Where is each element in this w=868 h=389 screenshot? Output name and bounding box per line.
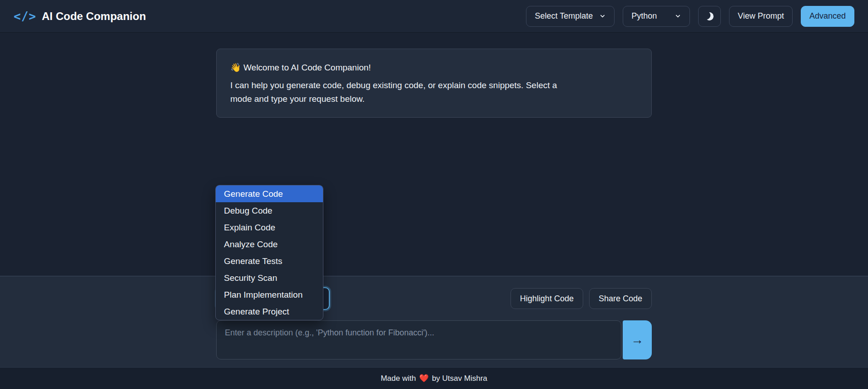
- header-actions: Select Template Python View Prompt Advan…: [526, 6, 854, 27]
- welcome-card: 👋 Welcome to AI Code Companion! I can he…: [216, 49, 652, 118]
- app: { "header": { "logo_icon": "</>", "title…: [0, 0, 868, 389]
- menu-option-security-scan[interactable]: Security Scan: [216, 269, 323, 286]
- chevron-down-icon: [675, 13, 681, 20]
- content-column: 👋 Welcome to AI Code Companion! I can he…: [216, 49, 652, 118]
- mode-dropdown-menu: Generate Code Debug Code Explain Code An…: [215, 185, 323, 320]
- welcome-title: 👋 Welcome to AI Code Companion!: [230, 61, 638, 74]
- template-select[interactable]: Select Template: [526, 6, 615, 27]
- language-select-value: Python: [631, 11, 657, 21]
- heart-icon: ❤️: [419, 374, 429, 383]
- menu-option-analyze-code[interactable]: Analyze Code: [216, 236, 323, 253]
- menu-option-generate-code[interactable]: Generate Code: [216, 185, 323, 202]
- language-select[interactable]: Python: [623, 6, 690, 27]
- menu-option-explain-code[interactable]: Explain Code: [216, 219, 323, 236]
- menu-option-debug-code[interactable]: Debug Code: [216, 202, 323, 219]
- menu-option-generate-project[interactable]: Generate Project: [216, 303, 323, 320]
- advanced-button[interactable]: Advanced: [801, 6, 854, 27]
- theme-toggle-button[interactable]: [698, 6, 721, 27]
- chevron-down-icon: [599, 13, 606, 20]
- main-area: 👋 Welcome to AI Code Companion! I can he…: [0, 33, 868, 276]
- share-code-button[interactable]: Share Code: [589, 288, 652, 309]
- code-logo-icon: </>: [14, 10, 36, 23]
- brand: </> AI Code Companion: [14, 10, 146, 23]
- moon-icon: [704, 11, 714, 21]
- code-action-buttons: Highlight Code Share Code: [511, 288, 652, 309]
- footer-text-suffix: by Utsav Mishra: [432, 374, 487, 383]
- welcome-body: I can help you generate code, debug exis…: [230, 79, 575, 105]
- footer-text-prefix: Made with: [381, 374, 416, 383]
- send-button[interactable]: →: [623, 320, 652, 359]
- menu-option-plan-implementation[interactable]: Plan Implementation: [216, 286, 323, 303]
- composer-panel: Generate Code Highlight Code Share Code …: [0, 276, 868, 367]
- menu-option-generate-tests[interactable]: Generate Tests: [216, 253, 323, 269]
- template-select-value: Select Template: [535, 11, 593, 21]
- prompt-input[interactable]: [216, 320, 621, 359]
- app-title: AI Code Companion: [42, 10, 146, 23]
- header: </> AI Code Companion Select Template Py…: [0, 0, 868, 33]
- highlight-code-button[interactable]: Highlight Code: [511, 288, 583, 309]
- footer: Made with ❤️ by Utsav Mishra: [0, 367, 868, 389]
- prompt-row: →: [216, 320, 652, 359]
- view-prompt-button[interactable]: View Prompt: [729, 6, 793, 27]
- arrow-right-icon: →: [631, 333, 644, 347]
